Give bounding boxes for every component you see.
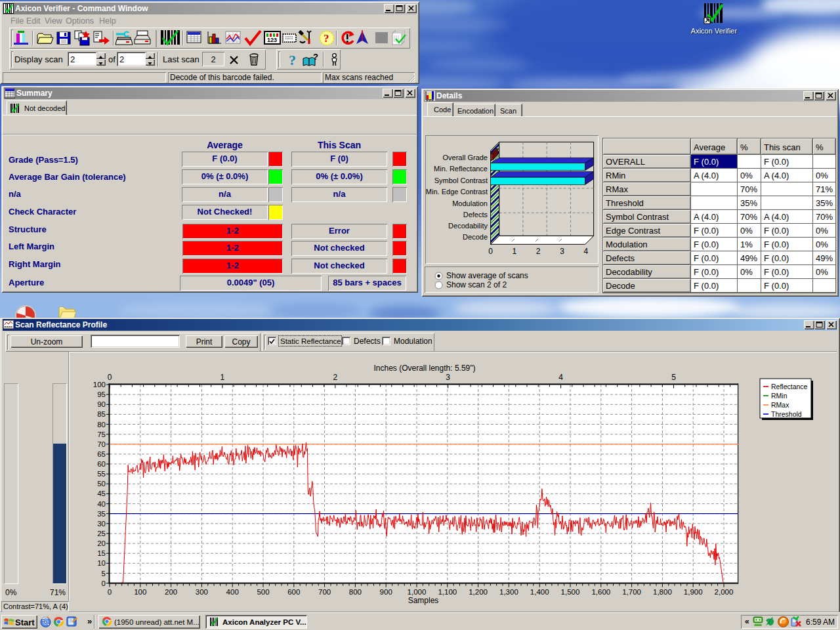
svg-text:600: 600 <box>287 588 300 596</box>
svg-text:Overall Grade: Overall Grade <box>443 154 488 161</box>
svg-text:80: 80 <box>97 421 106 429</box>
svg-text:?: ? <box>324 32 329 45</box>
svg-text:800: 800 <box>349 588 362 596</box>
svg-text:65: 65 <box>97 450 106 458</box>
svg-text:40: 40 <box>97 500 106 508</box>
svg-text:4: 4 <box>583 247 588 256</box>
svg-text:95: 95 <box>97 390 106 398</box>
svg-text:1,100: 1,100 <box>438 588 457 596</box>
svg-text:700: 700 <box>318 588 331 596</box>
svg-text:55: 55 <box>97 470 106 478</box>
svg-text:123: 123 <box>267 37 277 43</box>
svg-text:200: 200 <box>165 588 177 596</box>
svg-text:2: 2 <box>536 247 541 256</box>
svg-text:?: ? <box>313 53 318 62</box>
svg-text:0: 0 <box>488 247 493 256</box>
svg-text:25: 25 <box>97 530 106 537</box>
svg-text:300: 300 <box>196 588 208 596</box>
svg-text:1,700: 1,700 <box>622 588 641 596</box>
svg-text:3: 3 <box>560 247 564 256</box>
svg-text:Min. Edge Contrast: Min. Edge Contrast <box>426 188 488 196</box>
svg-text:0: 0 <box>102 579 106 587</box>
svg-text:1,400: 1,400 <box>530 588 549 596</box>
svg-text:1,200: 1,200 <box>469 588 488 596</box>
svg-text:1,500: 1,500 <box>561 588 580 596</box>
svg-text:2: 2 <box>333 373 337 382</box>
svg-text:RMax: RMax <box>771 401 789 409</box>
svg-text:5: 5 <box>671 373 676 382</box>
svg-text:500: 500 <box>257 588 269 596</box>
svg-text:60: 60 <box>97 460 106 468</box>
svg-text:85: 85 <box>97 410 106 418</box>
svg-text:100: 100 <box>93 381 106 388</box>
svg-text:90: 90 <box>97 400 106 408</box>
svg-text:Decodability: Decodability <box>448 222 488 230</box>
svg-text:0: 0 <box>108 373 112 382</box>
svg-text:35: 35 <box>97 510 106 518</box>
svg-text:RMin: RMin <box>771 392 788 400</box>
svg-text:1,000: 1,000 <box>408 588 427 596</box>
svg-text:75: 75 <box>97 430 106 438</box>
svg-text:Min. Reflectance: Min. Reflectance <box>434 165 488 173</box>
svg-text:0: 0 <box>108 588 112 596</box>
svg-text:400: 400 <box>226 588 239 596</box>
svg-text:Samples: Samples <box>408 596 439 605</box>
svg-text:Symbol Contrast: Symbol Contrast <box>434 177 488 184</box>
svg-text:3: 3 <box>446 373 450 382</box>
svg-text:1,900: 1,900 <box>684 588 703 596</box>
svg-text:1,600: 1,600 <box>591 588 610 596</box>
svg-text:900: 900 <box>380 588 392 596</box>
svg-text:Defects: Defects <box>463 211 488 219</box>
svg-text:Threshold: Threshold <box>771 410 802 418</box>
svg-text:70: 70 <box>97 440 106 448</box>
svg-text:20: 20 <box>97 539 106 547</box>
svg-text:30: 30 <box>97 520 106 528</box>
svg-text:1,800: 1,800 <box>653 588 672 596</box>
svg-text:50: 50 <box>97 480 106 488</box>
svg-text:15: 15 <box>97 549 106 557</box>
svg-text:1: 1 <box>220 373 225 382</box>
svg-text:45: 45 <box>97 490 106 497</box>
svg-text:1,300: 1,300 <box>499 588 518 596</box>
svg-text:4: 4 <box>558 373 563 382</box>
svg-text:5: 5 <box>102 570 106 578</box>
svg-text:2,000: 2,000 <box>715 588 734 596</box>
svg-text:100: 100 <box>134 588 146 596</box>
svg-text:Inches (Overall length: 5.59"): Inches (Overall length: 5.59") <box>373 364 475 373</box>
svg-text:Reflectance: Reflectance <box>771 383 808 390</box>
svg-text:Modulation: Modulation <box>452 200 488 207</box>
svg-text:10: 10 <box>97 559 106 567</box>
svg-text:1: 1 <box>513 247 517 256</box>
svg-text:?: ? <box>289 52 296 67</box>
svg-text:Decode: Decode <box>463 233 488 241</box>
